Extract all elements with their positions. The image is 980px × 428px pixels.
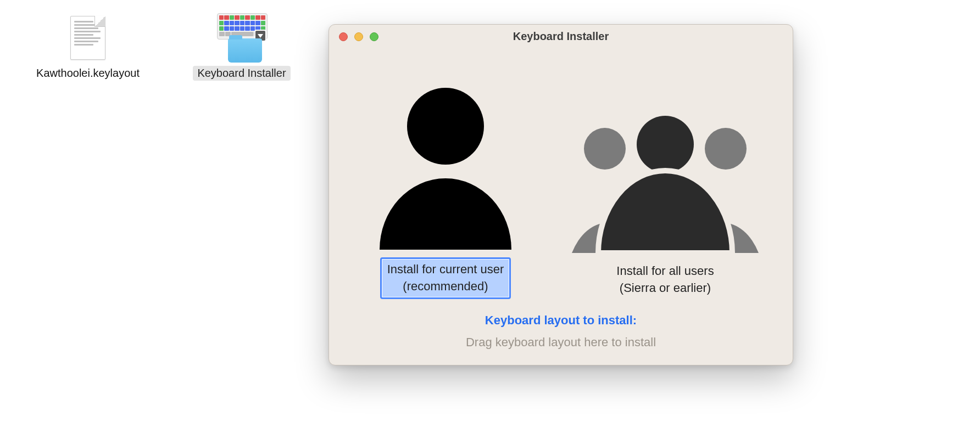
titlebar[interactable]: Keyboard Installer — [329, 25, 793, 49]
desktop-item-label: Kawthoolei.keylayout — [32, 66, 144, 81]
single-user-icon — [363, 80, 528, 252]
close-icon[interactable] — [339, 32, 348, 41]
choice-label-line1: Install for all users — [616, 264, 714, 278]
zoom-icon[interactable] — [370, 32, 378, 41]
choice-label: Install for current user (recommended) — [380, 257, 511, 299]
install-choices: Install for current user (recommended) — [344, 80, 777, 299]
folder-icon — [228, 38, 262, 63]
choice-label: Install for all users (Sierra or earlier… — [611, 261, 719, 299]
svg-point-2 — [705, 128, 747, 170]
desktop-area: Kawthoolei.keylayout Keyboard Installer — [0, 0, 330, 94]
choice-label-line2: (recommended) — [403, 279, 488, 293]
installer-app-icon — [217, 13, 266, 63]
window-body: Install for current user (recommended) — [329, 49, 793, 365]
install-all-users-button[interactable]: Install for all users (Sierra or earlier… — [572, 110, 759, 299]
traffic-lights — [329, 32, 378, 41]
textfile-icon — [63, 13, 113, 63]
desktop-item-label: Keyboard Installer — [193, 66, 290, 81]
desktop-item-installer-app[interactable]: Keyboard Installer — [181, 13, 302, 81]
svg-point-3 — [637, 116, 694, 173]
svg-point-0 — [407, 88, 484, 165]
minimize-icon[interactable] — [354, 32, 363, 41]
installer-window: Keyboard Installer Install for current u… — [328, 24, 793, 365]
window-title: Keyboard Installer — [329, 30, 793, 43]
group-users-icon — [572, 110, 759, 255]
svg-point-1 — [584, 128, 626, 170]
choice-label-line2: (Sierra or earlier) — [620, 281, 711, 295]
drop-zone-hint[interactable]: Drag keyboard layout here to install — [466, 335, 656, 350]
choice-label-line1: Install for current user — [387, 262, 504, 276]
section-heading: Keyboard layout to install: — [485, 313, 637, 328]
desktop-item-keylayout-file[interactable]: Kawthoolei.keylayout — [27, 13, 148, 81]
install-current-user-button[interactable]: Install for current user (recommended) — [363, 80, 528, 299]
